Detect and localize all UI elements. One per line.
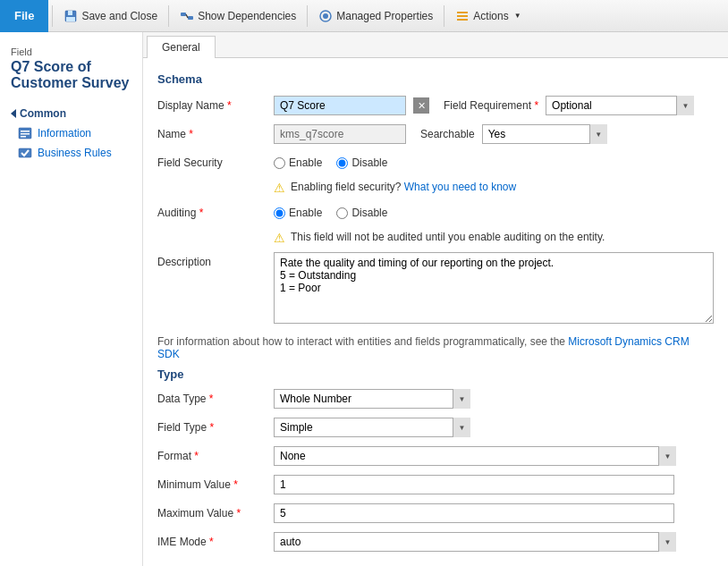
separator-4 [444, 5, 444, 27]
field-security-enable-radio[interactable] [274, 157, 285, 169]
field-req-select-wrapper: Optional Business Recommended Business R… [546, 96, 694, 115]
name-control-group: Searchable Yes No [274, 124, 714, 144]
ime-mode-select[interactable]: auto active inactive disabled [274, 532, 676, 552]
file-button[interactable]: File [0, 0, 48, 32]
svg-rect-12 [21, 131, 30, 132]
show-dependencies-button[interactable]: Show Dependencies [173, 0, 303, 32]
breadcrumb: Field [11, 46, 131, 57]
sidebar-item-business-rules-label: Business Rules [38, 147, 112, 159]
content-area: General Schema Display Name * ✕ Field Re… [143, 32, 728, 566]
svg-marker-8 [457, 12, 468, 13]
field-type-required: * [207, 421, 214, 434]
sidebar-item-information[interactable]: Information [0, 123, 142, 143]
svg-rect-2 [66, 17, 75, 21]
auditing-label: Auditing * [157, 207, 274, 219]
min-value-input[interactable] [274, 475, 674, 494]
field-req-required: * [531, 99, 538, 112]
warning-text: Enabling field security? What you need t… [291, 181, 516, 193]
display-name-input[interactable] [274, 96, 406, 115]
actions-label: Actions [473, 10, 508, 22]
auditing-disable-radio[interactable] [336, 207, 348, 219]
page-header: Field Q7 Score of Customer Survey [0, 39, 142, 102]
format-select-wrapper: None Duration TimeZone Language Locale [274, 446, 676, 466]
field-type-row: Field Type * Simple [157, 417, 714, 438]
field-security-enable-label[interactable]: Enable [274, 156, 322, 169]
auditing-radio-group: Enable Disable [274, 207, 387, 219]
svg-marker-9 [457, 15, 468, 17]
name-required: * [186, 128, 193, 140]
max-value-row: Maximum Value * [157, 503, 714, 524]
field-security-disable-label[interactable]: Disable [336, 156, 387, 169]
ime-mode-select-wrapper: auto active inactive disabled [274, 532, 676, 552]
description-row: Description Rate the quality and timing … [157, 252, 714, 326]
searchable-select-wrapper: Yes No [482, 124, 607, 144]
min-value-label: Minimum Value * [157, 478, 274, 491]
display-name-clear-button[interactable]: ✕ [413, 97, 429, 114]
format-required: * [191, 450, 199, 462]
auditing-disable-label[interactable]: Disable [336, 207, 387, 219]
ime-mode-row: IME Mode * auto active inactive disabled [157, 531, 714, 553]
data-type-select-wrapper: Whole Number [274, 389, 470, 409]
sidebar-item-business-rules[interactable]: Business Rules [0, 143, 142, 163]
warning-icon: ⚠ [274, 181, 285, 195]
max-value-required: * [233, 507, 241, 520]
save-icon [63, 9, 78, 23]
svg-rect-4 [188, 16, 193, 20]
data-type-row: Data Type * Whole Number [157, 388, 714, 410]
max-value-input[interactable] [274, 503, 674, 523]
type-section-title: Type [157, 367, 714, 381]
auditing-required: * [196, 207, 203, 219]
max-value-label: Maximum Value * [157, 507, 274, 520]
data-type-select[interactable]: Whole Number [274, 389, 470, 409]
information-icon [18, 126, 32, 140]
description-textarea[interactable]: Rate the quality and timing of our repor… [274, 252, 714, 324]
save-close-label: Save and Close [81, 10, 157, 22]
sidebar: Field Q7 Score of Customer Survey Common… [0, 32, 143, 566]
searchable-label: Searchable [420, 128, 475, 140]
form-area: Schema Display Name * ✕ Field Requiremen… [143, 58, 728, 566]
sidebar-item-information-label: Information [38, 127, 91, 139]
managed-properties-button[interactable]: Managed Properties [311, 0, 440, 32]
format-row: Format * None Duration TimeZone Language… [157, 445, 714, 467]
tab-general[interactable]: General [147, 36, 216, 58]
actions-dropdown-icon: ▼ [514, 12, 521, 20]
warning-link[interactable]: What you need to know [404, 181, 516, 193]
svg-point-7 [323, 13, 328, 19]
field-type-select[interactable]: Simple [274, 418, 470, 437]
auditing-warning-row: ⚠ This field will not be audited until y… [274, 231, 714, 245]
name-input[interactable] [274, 124, 406, 144]
display-name-required: * [224, 99, 232, 112]
separator-2 [168, 5, 169, 27]
field-req-select[interactable]: Optional Business Recommended Business R… [546, 96, 694, 115]
searchable-select[interactable]: Yes No [482, 124, 607, 144]
svg-rect-1 [68, 11, 72, 15]
description-control: Rate the quality and timing of our repor… [274, 252, 714, 326]
name-row: Name * Searchable Yes No [157, 123, 714, 145]
managed-properties-label: Managed Properties [336, 10, 433, 22]
format-select[interactable]: None Duration TimeZone Language Locale [274, 446, 676, 466]
display-name-label: Display Name * [157, 99, 274, 112]
svg-rect-15 [19, 148, 31, 157]
actions-icon [455, 9, 470, 23]
ime-mode-required: * [207, 536, 214, 548]
sidebar-section-common: Common [0, 102, 142, 123]
min-value-required: * [231, 478, 238, 491]
auditing-enable-label[interactable]: Enable [274, 207, 322, 219]
field-req-label: Field Requirement * [444, 99, 538, 112]
actions-button[interactable]: Actions ▼ [448, 0, 528, 32]
auditing-enable-radio[interactable] [274, 207, 285, 219]
svg-marker-10 [457, 19, 468, 21]
separator-1 [52, 5, 53, 27]
save-close-button[interactable]: Save and Close [56, 0, 165, 32]
svg-rect-14 [21, 136, 26, 138]
auditing-warning-text: This field will not be audited until you… [291, 231, 605, 243]
svg-rect-13 [21, 133, 30, 135]
field-security-disable-radio[interactable] [336, 157, 348, 169]
show-dependencies-label: Show Dependencies [198, 10, 296, 22]
schema-section-title: Schema [157, 72, 714, 86]
toolbar: File Save and Close Show Dependencies Ma… [0, 0, 728, 32]
field-security-label: Field Security [157, 156, 274, 169]
field-security-radio-group: Enable Disable [274, 156, 387, 169]
managed-props-icon [318, 9, 333, 23]
format-label: Format * [157, 450, 274, 462]
